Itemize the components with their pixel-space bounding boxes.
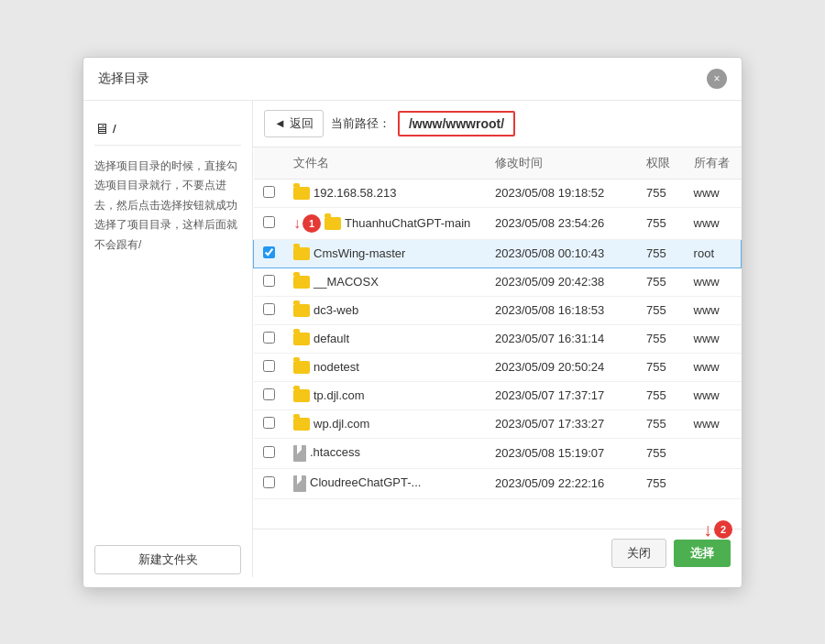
file-name: nodetest [314, 360, 359, 374]
file-owner [685, 438, 742, 468]
file-owner: www [685, 296, 742, 324]
file-time: 2023/05/09 20:50:24 [486, 353, 637, 381]
row-checkbox[interactable] [263, 417, 275, 429]
col-time: 修改时间 [486, 147, 637, 180]
file-table: 文件名 修改时间 权限 所有者 192.168.58.2132023/05/08… [253, 147, 742, 499]
file-table-scroll[interactable]: 文件名 修改时间 权限 所有者 192.168.58.2132023/05/08… [253, 147, 742, 529]
file-perm: 755 [637, 179, 685, 207]
folder-icon [293, 276, 310, 289]
back-arrow-icon: ◄ [274, 116, 286, 130]
col-checkbox [254, 147, 285, 180]
table-header: 文件名 修改时间 权限 所有者 [254, 147, 742, 180]
badge-1: 1 [302, 214, 321, 233]
root-path[interactable]: 🖥 / [94, 121, 241, 146]
table-row[interactable]: 192.168.58.2132023/05/08 19:18:52755www [254, 179, 742, 207]
table-row[interactable]: CloudreeChatGPT-...2023/05/09 22:22:1675… [254, 468, 742, 498]
instruction-text: 选择项目目录的时候，直接勾选项目目录就行，不要点进去，然后点击选择按钮就成功选择… [94, 157, 241, 256]
file-owner: www [685, 381, 742, 409]
file-perm: 755 [637, 409, 685, 438]
close-button[interactable]: 关闭 [611, 539, 666, 568]
path-label: 当前路径： [331, 115, 390, 132]
table-row[interactable]: nodetest2023/05/09 20:50:24755www [254, 353, 742, 381]
row-checkbox[interactable] [263, 446, 275, 458]
row-checkbox[interactable] [263, 388, 275, 400]
folder-icon [293, 361, 310, 374]
table-row[interactable]: dc3-web2023/05/08 16:18:53755www [254, 296, 742, 324]
dialog-title-bar: 选择目录 × [83, 58, 742, 101]
select-button[interactable]: 选择 [674, 540, 731, 567]
folder-icon [293, 247, 310, 260]
file-owner: www [685, 207, 742, 239]
left-panel: 🖥 / 选择项目目录的时候，直接勾选项目目录就行，不要点进去，然后点击选择按钮就… [83, 101, 253, 577]
server-icon: 🖥 [94, 121, 109, 137]
arrow1-icon: ↓ [293, 215, 301, 231]
file-perm: 755 [637, 353, 685, 381]
table-row[interactable]: wp.djl.com2023/05/07 17:33:27755www [254, 409, 742, 438]
dialog-close-button[interactable]: × [707, 69, 727, 89]
file-owner [685, 468, 742, 498]
file-perm: 755 [637, 381, 685, 409]
file-time: 2023/05/08 19:18:52 [486, 179, 637, 207]
file-time: 2023/05/08 00:10:43 [486, 239, 637, 267]
file-time: 2023/05/08 16:18:53 [486, 296, 637, 324]
file-name: default [314, 332, 349, 345]
folder-icon [293, 187, 310, 200]
row-checkbox[interactable] [263, 303, 275, 315]
file-perm: 755 [637, 239, 685, 267]
dialog-footer: 关闭 选择 ↓ 2 [253, 529, 742, 577]
table-row[interactable]: CmsWing-master2023/05/08 00:10:43755root [254, 239, 742, 267]
file-time: 2023/05/08 15:19:07 [486, 438, 637, 468]
folder-icon [293, 389, 310, 402]
file-icon [293, 475, 306, 492]
current-path-value: /www/wwwroot/ [398, 111, 515, 136]
file-name: dc3-web [314, 303, 358, 317]
table-row[interactable]: ↓1ThuanhuChatGPT-main2023/05/08 23:54:26… [254, 207, 742, 239]
file-perm: 755 [637, 324, 685, 353]
row-checkbox[interactable] [263, 246, 275, 258]
toolbar: ◄ 返回 当前路径： /www/wwwroot/ [253, 101, 742, 147]
folder-icon [293, 304, 310, 317]
col-filename: 文件名 [284, 147, 486, 180]
directory-dialog: 选择目录 × 🖥 / 选择项目目录的时候，直接勾选项目目录就行，不要点进去，然后… [82, 57, 742, 588]
arrow2-icon: ↓ [703, 519, 712, 540]
file-name: CloudreeChatGPT-... [310, 475, 421, 489]
row-checkbox[interactable] [263, 186, 275, 198]
table-row[interactable]: .htaccess2023/05/08 15:19:07755 [254, 438, 742, 468]
row-checkbox[interactable] [263, 332, 275, 344]
file-name: wp.djl.com [314, 417, 369, 431]
file-time: 2023/05/09 22:22:16 [486, 468, 637, 498]
col-perm: 权限 [637, 147, 685, 180]
row-checkbox[interactable] [263, 216, 275, 228]
file-name: 192.168.58.213 [314, 186, 396, 200]
file-time: 2023/05/09 20:42:38 [486, 267, 637, 296]
folder-icon [324, 217, 341, 230]
root-path-label: / [113, 122, 116, 136]
file-table-body: 192.168.58.2132023/05/08 19:18:52755www↓… [254, 179, 742, 498]
back-button[interactable]: ◄ 返回 [264, 110, 324, 137]
table-row[interactable]: default2023/05/07 16:31:14755www [254, 324, 742, 353]
table-row[interactable]: __MACOSX2023/05/09 20:42:38755www [254, 267, 742, 296]
file-perm: 755 [637, 296, 685, 324]
badge-2: 2 [714, 520, 732, 539]
row-checkbox[interactable] [263, 360, 275, 372]
table-row[interactable]: tp.djl.com2023/05/07 17:37:17755www [254, 381, 742, 409]
back-button-label: 返回 [290, 115, 314, 132]
file-owner: www [685, 324, 742, 353]
file-owner: www [685, 409, 742, 438]
new-folder-button[interactable]: 新建文件夹 [94, 545, 241, 574]
file-owner: www [685, 353, 742, 381]
row-checkbox[interactable] [263, 476, 275, 488]
file-name: __MACOSX [314, 275, 379, 289]
col-owner: 所有者 [685, 147, 742, 180]
file-time: 2023/05/07 17:37:17 [486, 381, 637, 409]
dialog-title-text: 选择目录 [98, 71, 149, 87]
row-checkbox[interactable] [263, 275, 275, 287]
file-icon [293, 445, 306, 462]
file-perm: 755 [637, 207, 685, 239]
file-name: ThuanhuChatGPT-main [345, 216, 470, 230]
right-panel: ◄ 返回 当前路径： /www/wwwroot/ 文件名 修改时间 权限 所有者 [253, 101, 742, 577]
dialog-body: 🖥 / 选择项目目录的时候，直接勾选项目目录就行，不要点进去，然后点击选择按钮就… [83, 101, 742, 577]
file-name: .htaccess [310, 445, 360, 459]
file-owner: www [685, 179, 742, 207]
file-owner: www [685, 267, 742, 296]
